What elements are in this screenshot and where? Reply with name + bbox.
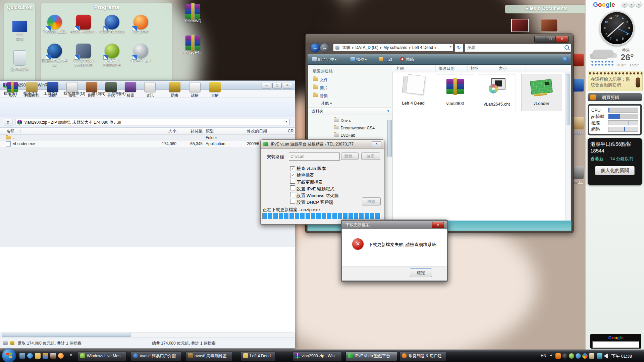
install-path-input[interactable] xyxy=(289,153,340,161)
sidebar-minimize-button[interactable]: − xyxy=(636,2,642,8)
archive-path-combo[interactable]: vlan2900.zip - ZIP 壓縮檔, 未封裝大小 174,080 位元… xyxy=(15,119,289,125)
quicklaunch-orange-icon[interactable] xyxy=(58,353,64,359)
desktop-shortcut[interactable]: YellowWQ xyxy=(179,4,207,23)
ok-button[interactable]: 確定 xyxy=(361,153,380,160)
computer-shortcut[interactable]: 電腦 xyxy=(4,20,35,41)
maximize-button[interactable]: ▢ xyxy=(272,83,282,88)
folders-chevron-icon[interactable]: ▾ xyxy=(387,109,389,113)
favorite-link-music[interactable]: 音樂 xyxy=(313,93,328,99)
column-packed[interactable]: 封裝後 xyxy=(183,128,203,134)
file-item[interactable]: vLan2645.cht xyxy=(478,74,516,111)
program-shortcut[interactable]: avast! Antivirus xyxy=(98,15,126,34)
program-shortcut[interactable]: BitComet xyxy=(127,15,155,34)
sidebar-add-button[interactable]: + xyxy=(622,2,628,8)
globe-tray-icon[interactable] xyxy=(576,353,581,359)
close-button[interactable]: ✕ xyxy=(283,83,292,88)
note-scroll-handle[interactable] xyxy=(636,77,640,87)
vlan-dialog-title-bar[interactable]: IPvE vLan 遊戲平台 裝載精靈 - TEL:23873177 ✕ xyxy=(261,140,384,149)
search-input[interactable] xyxy=(465,44,561,51)
photo-thumbnail[interactable] xyxy=(511,19,529,32)
horizontal-scrollbar-thumb[interactable] xyxy=(2,333,131,337)
show-desktop-icon[interactable] xyxy=(19,353,25,359)
column-name[interactable]: 名稱 xyxy=(392,65,436,72)
checkbox-checked[interactable]: ✓ xyxy=(290,166,295,171)
tree-item[interactable]: DvDFab xyxy=(334,132,355,138)
note-text[interactable]: 在這裡輸入記事；系統會自動將它們 xyxy=(588,75,642,88)
taskbar-button-messenger[interactable]: Windows Live Mes... xyxy=(78,352,126,361)
column-type[interactable]: 類型 xyxy=(468,65,496,72)
test-button[interactable]: 測試 xyxy=(43,82,62,98)
explorer-folder-icon[interactable] xyxy=(35,353,41,359)
views-menu[interactable]: 檢視 xyxy=(351,57,367,62)
check-row[interactable]: ✓ 檢查 vLan 版本 xyxy=(290,165,326,172)
program-shortcut[interactable]: 訊連科技威力導演 xyxy=(41,44,69,67)
search-box[interactable] xyxy=(465,44,571,52)
close-button[interactable]: ✕ xyxy=(372,141,381,147)
column-size[interactable]: 大小 xyxy=(496,65,526,72)
taskbar-button-firefox[interactable]: 常見問題 & 用戶建... xyxy=(399,352,446,361)
sysmon-widget[interactable]: CPU 記憶體 磁碟 網路 xyxy=(588,104,642,135)
column-modified[interactable]: 修改的日期 xyxy=(247,128,267,134)
messenger-tray-icon[interactable] xyxy=(569,353,574,359)
photo-thumbnail[interactable] xyxy=(541,19,558,32)
view-button[interactable]: 檢視 xyxy=(63,82,82,98)
browse-button[interactable]: 瀏覽... xyxy=(341,153,359,160)
check-row[interactable]: 設置 IPvE 驅動程式 xyxy=(290,185,334,192)
check-row[interactable]: 設置 DHCP 客戶端 xyxy=(290,199,333,205)
media-player-icon[interactable] xyxy=(43,353,48,359)
favorites-more-link[interactable]: 其他 » xyxy=(321,101,332,106)
info-button[interactable]: 資訊 xyxy=(141,82,159,98)
organize-menu[interactable]: 組合管理 xyxy=(312,57,336,62)
taskbar-button-avast-ui[interactable]: avast! 簡易用戶介面 xyxy=(131,352,181,361)
quicklaunch-app-icon[interactable] xyxy=(50,353,56,359)
internet-explorer-icon[interactable] xyxy=(27,353,33,359)
back-button[interactable]: ← xyxy=(310,43,320,53)
delete-button[interactable]: 刪除 xyxy=(82,82,101,98)
sfx-button[interactable]: 自解 xyxy=(206,82,224,98)
folders-band[interactable]: 資料夾 ▾ xyxy=(308,107,392,115)
checkbox-unchecked[interactable] xyxy=(290,185,295,190)
combo-dropdown-icon[interactable]: ▾ xyxy=(285,120,287,123)
up-folder-button[interactable]: ⇧ xyxy=(4,119,12,126)
find-button[interactable]: 尋找 xyxy=(102,82,120,98)
file-item[interactable]: Left 4 Dead xyxy=(394,74,432,111)
tree-item[interactable]: Dreamweaver CS4 xyxy=(334,125,375,131)
favorite-link-documents[interactable]: 文件 xyxy=(313,76,328,83)
webclips-header[interactable]: 網頁剪輯 xyxy=(588,93,642,101)
news-widget[interactable]: 港股半日跌56點報18544 香港新.. 14 分鐘以前 個人化的新聞 xyxy=(588,138,642,185)
checkbox-unchecked[interactable] xyxy=(290,179,295,184)
minimize-button[interactable]: — xyxy=(534,36,545,43)
program-shortcut[interactable]: DVDFab Platinum 4 xyxy=(98,44,126,67)
ime-keyboard-tray-icon[interactable] xyxy=(589,353,594,359)
file-item[interactable]: vlan2900 xyxy=(436,74,474,111)
sidebar-search-input[interactable] xyxy=(592,341,639,348)
network-tray-icon[interactable] xyxy=(597,353,602,359)
close-button[interactable]: ✕ xyxy=(556,36,569,43)
recycle-shortcut[interactable]: 資源回收筒 xyxy=(4,50,35,71)
column-name[interactable]: 名稱 xyxy=(6,128,14,134)
ok-button[interactable]: 確定 xyxy=(410,268,432,277)
archive-row-vloader[interactable]: vLoader.exe 174,080 65,345 Application 2… xyxy=(0,141,295,147)
checkbox-unchecked[interactable] xyxy=(290,192,295,197)
news-headline[interactable]: 港股半日跌56點報18544 xyxy=(590,141,639,154)
breadcrumb-dropdown-icon[interactable]: ▾ xyxy=(450,45,451,48)
breadcrumb[interactable]: 電腦DATA_D (D:)My softwaresLeft 4 Dead ▾ xyxy=(333,44,453,51)
virus-scan-button[interactable]: 防毒 xyxy=(165,82,184,98)
close-button[interactable]: ✕ xyxy=(432,222,444,228)
breadcrumb-item[interactable]: My softwares xyxy=(383,45,412,50)
check-row[interactable]: 下載更新檔案 xyxy=(290,179,323,185)
remove-button[interactable]: 移除 xyxy=(362,197,381,205)
avast-tray-icon[interactable] xyxy=(555,353,561,359)
weather-widget[interactable]: 香港 26° H:28° L:25° xyxy=(586,47,644,70)
maximize-button[interactable]: ▢ xyxy=(545,36,556,43)
program-shortcut[interactable]: GOM Player xyxy=(127,44,155,63)
program-shortcut[interactable]: 「Google 桌面」 xyxy=(41,15,69,34)
archive-row-up[interactable]: .. Folder xyxy=(0,135,295,141)
news-source[interactable]: 香港新.. xyxy=(590,156,606,161)
minimize-button[interactable]: — xyxy=(262,83,271,88)
note-widget[interactable]: 在這裡輸入記事；系統會自動將它們 xyxy=(588,71,643,91)
forward-button[interactable]: → xyxy=(320,43,329,53)
taskbar-button-left4dead[interactable]: Left 4 Dead xyxy=(241,352,276,361)
google-desktop-tray-icon[interactable] xyxy=(582,353,588,359)
column-crc[interactable]: CR xyxy=(288,128,293,134)
